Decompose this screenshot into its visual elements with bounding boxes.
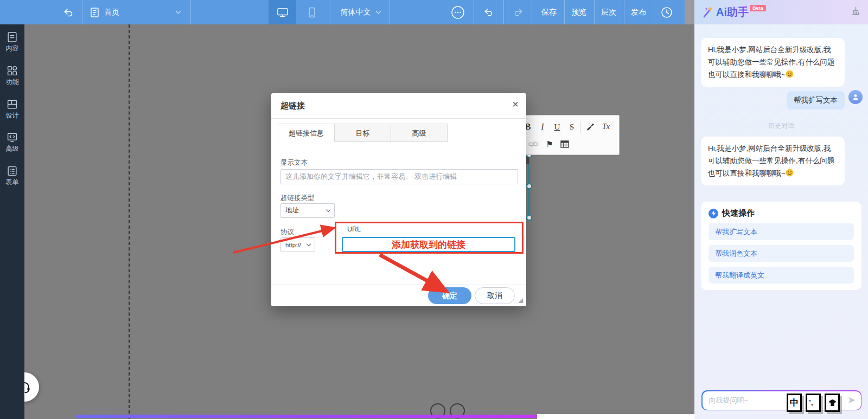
tab-target[interactable]: 目标 (334, 124, 391, 142)
ok-label: 确定 (442, 291, 457, 301)
toolbar-divider (190, 0, 191, 24)
history-button[interactable] (656, 0, 678, 24)
quick-actions-title: 快速操作 (722, 208, 755, 218)
preview-button[interactable]: 预览 (565, 0, 593, 24)
top-toolbar: 首页 简体中文 保存 预览 层次 发布 (0, 0, 685, 24)
toolbar-divider (654, 0, 654, 24)
tab-link-info[interactable]: 超链接信息 (278, 124, 335, 142)
sidebar-item-features[interactable]: 功能 (0, 65, 24, 94)
bot-message: Hi,我是小梦,网站后台全新升级改版,我可以辅助您做一些常见操作,有什么问题也可… (701, 38, 845, 87)
sidebar-item-label: 表单 (6, 179, 19, 185)
toolbar-divider (474, 0, 474, 24)
protocol-select[interactable]: http:// (280, 237, 315, 252)
sidebar-item-advanced[interactable]: 高级 (0, 132, 24, 161)
quick-action-translate[interactable]: 帮我翻译成英文 (709, 267, 854, 283)
toolbar-divider (390, 0, 390, 24)
table-button[interactable] (558, 137, 572, 151)
unlink-button[interactable] (526, 137, 540, 151)
more-options-button[interactable] (448, 0, 468, 24)
sidebar-item-label: 内容 (6, 45, 19, 51)
quick-action-expand[interactable]: 帮我扩写文本 (709, 223, 854, 240)
link-type-label: 超链接类型 (280, 194, 315, 203)
chevron-down-icon (375, 9, 381, 14)
underline-button[interactable]: U (550, 120, 564, 134)
table-icon (560, 140, 569, 148)
chevron-down-icon (326, 208, 330, 212)
send-icon[interactable]: ➤ (847, 394, 856, 406)
save-button[interactable]: 保存 (535, 0, 563, 24)
url-input[interactable] (342, 237, 515, 252)
toolbar-divider (503, 0, 504, 24)
redo-icon (513, 8, 524, 17)
close-icon[interactable]: × (512, 98, 519, 111)
ellipsis-icon (451, 5, 465, 20)
selection-handle[interactable] (526, 215, 532, 221)
redo-button[interactable] (508, 0, 528, 24)
sidebar-item-content[interactable]: 内容 (0, 31, 24, 61)
sidebar-item-design[interactable]: 设计 (0, 99, 24, 128)
quick-actions-card: 快速操作 帮我扩写文本 帮我润色文本 帮我翻译成英文 (701, 202, 861, 290)
ime-width-indicator (825, 394, 840, 412)
layers-button[interactable]: 层次 (595, 0, 623, 24)
page-bottom-strip (537, 414, 694, 419)
ai-panel-header: Ai助手 Beta (694, 0, 868, 24)
page-selector-label: 首页 (104, 8, 119, 17)
toolbar-divider (82, 0, 82, 24)
layers-label: 层次 (601, 8, 616, 17)
link-type-value: 地址 (285, 206, 299, 215)
language-selector[interactable]: 简体中文 (333, 0, 387, 24)
cancel-label: 取消 (487, 291, 502, 301)
bot-message-text: Hi,我是小梦,网站后台全新升级改版,我可以辅助您做一些常见操作,有什么问题也可… (708, 46, 834, 79)
dialog-resize-handle[interactable] (518, 298, 523, 303)
page-gradient-bar (76, 415, 537, 418)
undo-button[interactable] (478, 0, 498, 24)
ime-language-indicator: 中 (787, 394, 802, 412)
history-divider: 历史对话 (694, 121, 868, 131)
back-button[interactable] (59, 0, 78, 24)
quick-action-polish[interactable]: 帮我润色文本 (709, 245, 854, 262)
mobile-icon (308, 7, 316, 18)
ime-punctuation-indicator: ’。 (806, 394, 821, 412)
clear-format-button[interactable]: Tx (599, 120, 613, 134)
clear-chat-button[interactable] (851, 7, 860, 18)
mobile-view-button[interactable] (298, 0, 326, 24)
publish-button[interactable]: 发布 (624, 0, 653, 24)
desktop-icon (277, 7, 289, 18)
sidebar-item-forms[interactable]: 表单 (0, 165, 24, 195)
format-painter-button[interactable] (583, 120, 597, 134)
features-grid-icon (7, 65, 18, 76)
italic-button[interactable]: I (535, 120, 550, 134)
toolbar-divider (532, 0, 532, 24)
chevron-down-icon (176, 9, 181, 14)
anchor-flag-button[interactable]: ⚑ (542, 137, 557, 151)
dialog-tabs: 超链接信息 目标 高级 (278, 124, 447, 142)
ai-assistant-panel: Ai助手 Beta Hi,我是小梦,网站后台全新升级改版,我可以辅助您做一些常见… (694, 0, 868, 419)
bot-message: Hi,我是小梦,网站后台全新升级改版,我可以辅助您做一些常见操作,有什么问题也可… (701, 137, 845, 185)
page-selector[interactable]: 首页 (87, 0, 187, 24)
desktop-view-button[interactable] (269, 0, 296, 24)
bot-message-text: Hi,我是小梦,网站后台全新升级改版,我可以辅助您做一些常见操作,有什么问题也可… (708, 144, 834, 177)
language-label: 简体中文 (341, 8, 371, 17)
toolbar-divider (330, 0, 330, 24)
shirt-icon (828, 399, 837, 407)
broom-icon (851, 7, 860, 16)
tab-advanced[interactable]: 高级 (391, 124, 448, 142)
magic-wand-icon (702, 7, 713, 18)
link-type-select[interactable]: 地址 (280, 203, 335, 218)
sidebar-item-label: 功能 (6, 79, 19, 85)
content-icon (7, 31, 18, 43)
display-text-label: 显示文本 (280, 158, 308, 167)
dialog-title: 超链接 (280, 101, 305, 111)
strikethrough-button[interactable]: S (565, 120, 579, 134)
canvas-guide-line (129, 24, 130, 419)
left-sidebar: 内容 功能 设计 高级 表单 (0, 24, 24, 419)
beta-badge: Beta (750, 5, 766, 11)
selection-handle[interactable] (526, 183, 532, 189)
ok-button[interactable]: 确定 (428, 287, 471, 304)
display-text-input[interactable] (280, 169, 518, 184)
quick-actions-header: 快速操作 (709, 208, 854, 218)
cancel-button[interactable]: 取消 (475, 287, 515, 304)
url-label: URL (347, 225, 361, 233)
undo-icon (483, 8, 494, 17)
toolbar-gap (685, 0, 694, 24)
